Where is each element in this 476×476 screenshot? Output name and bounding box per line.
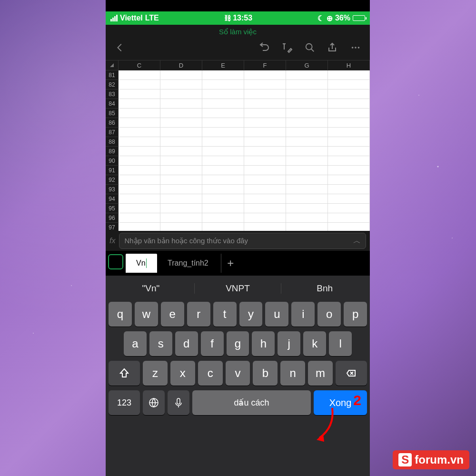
- cell[interactable]: [202, 70, 244, 80]
- cell[interactable]: [286, 99, 328, 109]
- column-header[interactable]: H: [328, 60, 370, 70]
- key-u[interactable]: u: [265, 302, 288, 327]
- cell[interactable]: [286, 166, 328, 175]
- cell[interactable]: [202, 175, 244, 185]
- column-header[interactable]: C: [119, 60, 160, 70]
- cell[interactable]: [286, 118, 328, 128]
- cell[interactable]: [286, 89, 328, 99]
- cell[interactable]: [328, 137, 370, 147]
- key-n[interactable]: n: [280, 361, 305, 386]
- cell[interactable]: [160, 89, 202, 99]
- cell[interactable]: [202, 128, 244, 137]
- key-v[interactable]: v: [226, 361, 250, 386]
- suggestion[interactable]: "Vn": [108, 283, 195, 294]
- cell[interactable]: [286, 80, 328, 89]
- key-o[interactable]: o: [317, 302, 341, 327]
- cell[interactable]: [244, 99, 286, 109]
- row-header[interactable]: 89: [106, 147, 119, 156]
- row-header[interactable]: 83: [106, 89, 119, 99]
- key-x[interactable]: x: [170, 361, 195, 386]
- key-j[interactable]: j: [278, 331, 300, 356]
- cell[interactable]: [244, 80, 286, 89]
- cell[interactable]: [160, 137, 202, 147]
- cell[interactable]: [160, 99, 202, 109]
- row-header[interactable]: 95: [106, 204, 119, 213]
- globe-key[interactable]: [143, 390, 165, 415]
- cell[interactable]: [286, 128, 328, 137]
- cell[interactable]: [160, 156, 202, 166]
- sheet-tab-active[interactable]: Vn: [126, 254, 157, 273]
- formula-input[interactable]: Nhập văn bản hoặc công thức vào đây ︿: [119, 233, 366, 249]
- row-header[interactable]: 84: [106, 99, 119, 109]
- cell[interactable]: [202, 213, 244, 223]
- key-t[interactable]: t: [213, 302, 237, 327]
- cell[interactable]: [202, 185, 244, 194]
- cell[interactable]: [244, 194, 286, 204]
- cell[interactable]: [160, 213, 202, 223]
- numeric-key[interactable]: 123: [109, 390, 140, 415]
- cell[interactable]: [286, 204, 328, 213]
- cell[interactable]: [328, 128, 370, 137]
- search-button[interactable]: [298, 39, 321, 57]
- cell[interactable]: [202, 166, 244, 175]
- row-header[interactable]: 88: [106, 137, 119, 147]
- key-f[interactable]: f: [201, 331, 224, 356]
- chevron-up-icon[interactable]: ︿: [353, 236, 361, 246]
- cell[interactable]: [328, 213, 370, 223]
- cell[interactable]: [160, 80, 202, 89]
- cell[interactable]: [119, 185, 160, 194]
- cell[interactable]: [160, 128, 202, 137]
- row-header[interactable]: 96: [106, 213, 119, 223]
- cell[interactable]: [244, 185, 286, 194]
- row-header[interactable]: 92: [106, 175, 119, 185]
- cell[interactable]: [328, 80, 370, 89]
- cell[interactable]: [328, 89, 370, 99]
- cell[interactable]: [328, 156, 370, 166]
- cell[interactable]: [119, 204, 160, 213]
- cell[interactable]: [160, 185, 202, 194]
- key-z[interactable]: z: [143, 361, 168, 386]
- cell[interactable]: [202, 99, 244, 109]
- row-header[interactable]: 91: [106, 166, 119, 175]
- cell[interactable]: [286, 194, 328, 204]
- cell[interactable]: [286, 185, 328, 194]
- cell[interactable]: [286, 147, 328, 156]
- document-title[interactable]: Sổ làm việc: [106, 27, 370, 37]
- cell[interactable]: [202, 147, 244, 156]
- cell[interactable]: [119, 156, 160, 166]
- cell[interactable]: [202, 118, 244, 128]
- space-key[interactable]: dấu cách: [192, 390, 311, 415]
- sheets-icon[interactable]: [109, 256, 123, 269]
- key-y[interactable]: y: [239, 302, 263, 327]
- cell[interactable]: [119, 213, 160, 223]
- cell[interactable]: [119, 175, 160, 185]
- cell[interactable]: [202, 89, 244, 99]
- key-k[interactable]: k: [303, 331, 326, 356]
- column-header[interactable]: F: [244, 60, 286, 70]
- cell[interactable]: [160, 166, 202, 175]
- cell[interactable]: [119, 128, 160, 137]
- cell[interactable]: [328, 204, 370, 213]
- cell[interactable]: [286, 175, 328, 185]
- cell[interactable]: [286, 223, 328, 231]
- cell[interactable]: [202, 194, 244, 204]
- backspace-key[interactable]: [336, 361, 367, 386]
- cell[interactable]: [286, 70, 328, 80]
- cell[interactable]: [328, 194, 370, 204]
- cell[interactable]: [202, 204, 244, 213]
- add-sheet-button[interactable]: +: [221, 254, 240, 273]
- key-r[interactable]: r: [187, 302, 210, 327]
- row-header[interactable]: 90: [106, 156, 119, 166]
- key-b[interactable]: b: [253, 361, 278, 386]
- key-a[interactable]: a: [124, 331, 147, 356]
- cell[interactable]: [119, 80, 160, 89]
- cell[interactable]: [244, 118, 286, 128]
- cell[interactable]: [119, 89, 160, 99]
- cell[interactable]: [119, 147, 160, 156]
- cell[interactable]: [328, 109, 370, 118]
- cell[interactable]: [119, 137, 160, 147]
- cell[interactable]: [160, 147, 202, 156]
- sheet-tab[interactable]: Trang_tính2: [157, 254, 219, 273]
- cell[interactable]: [202, 137, 244, 147]
- cell[interactable]: [119, 166, 160, 175]
